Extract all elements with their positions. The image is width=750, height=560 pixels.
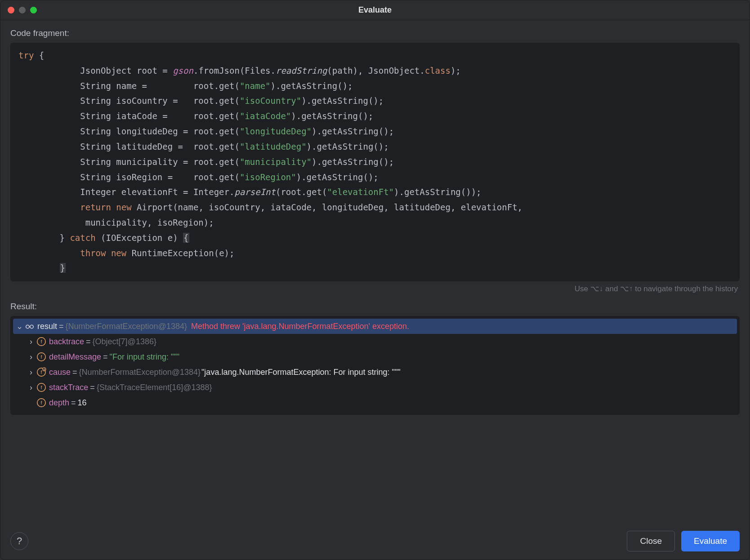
field-name: stackTrace: [49, 383, 88, 392]
result-root-row[interactable]: ⌄ result = {NumberFormatException@1384} …: [13, 319, 737, 334]
field-name: detailMessage: [49, 352, 101, 362]
code-token: String isoRegion = root.get(: [18, 172, 240, 182]
code-token: String isoCountry = root.get(: [18, 96, 240, 106]
field-value: {StackTraceElement[16]@1388}: [97, 383, 212, 392]
field-name: depth: [49, 398, 69, 408]
code-token: "longitudeDeg": [240, 126, 312, 136]
field-icon: f: [36, 382, 46, 392]
glasses-icon: [25, 321, 35, 331]
code-token: return new: [80, 202, 131, 212]
code-token: catch: [70, 233, 95, 243]
field-icon: f: [36, 398, 46, 408]
svg-point-0: [26, 325, 29, 328]
code-token: "isoCountry": [240, 96, 301, 106]
code-token: JsonObject root =: [18, 66, 173, 76]
close-button[interactable]: Close: [627, 531, 675, 551]
equals-sign: =: [85, 337, 92, 347]
code-token: (IOException e): [96, 233, 183, 243]
field-name: backtrace: [49, 337, 84, 347]
code-token: "name": [240, 81, 271, 91]
dialog-footer: ? Close Evaluate: [0, 523, 750, 560]
code-token: gson: [173, 66, 193, 76]
code-token: ).getAsString();: [296, 172, 379, 182]
svg-point-1: [30, 325, 33, 328]
field-value: {Object[7]@1386}: [93, 337, 156, 347]
dialog-content: Code fragment: try { JsonObject root = g…: [0, 20, 750, 523]
help-button[interactable]: ?: [10, 532, 28, 550]
code-token: "isoRegion": [240, 172, 296, 182]
code-token: (path), JsonObject.: [327, 66, 424, 76]
code-token: readString: [276, 66, 327, 76]
code-token: String longitudeDeg = root.get(: [18, 126, 240, 136]
code-token: parseInt: [234, 187, 276, 197]
code-token: String municipality = root.get(: [18, 157, 240, 167]
result-child-row[interactable]: › f cause = {NumberFormatException@1384}…: [10, 364, 740, 380]
code-token: {: [183, 233, 189, 243]
equals-sign: =: [71, 368, 78, 377]
result-child-row[interactable]: › f depth = 16: [10, 395, 740, 410]
code-token: class: [425, 66, 451, 76]
evaluate-dialog: Evaluate Code fragment: try { JsonObject…: [0, 0, 750, 560]
svg-text:f: f: [40, 369, 42, 375]
code-token: Integer elevationFt = Integer.: [18, 187, 234, 197]
result-panel: ⌄ result = {NumberFormatException@1384} …: [10, 316, 740, 415]
result-child-row[interactable]: › f stackTrace = {StackTraceElement[16]@…: [10, 380, 740, 395]
evaluate-button[interactable]: Evaluate: [681, 531, 740, 551]
field-value: 16: [78, 398, 87, 408]
chevron-right-icon[interactable]: ›: [27, 368, 36, 377]
code-token: {: [34, 50, 44, 60]
footer-buttons: Close Evaluate: [627, 531, 740, 551]
code-token: "latitudeDeg": [240, 142, 307, 151]
code-token: [18, 263, 60, 273]
field-recursive-icon: f: [36, 367, 46, 377]
code-token: String latitudeDeg = root.get(: [18, 142, 240, 151]
code-token: ).getAsString();: [307, 142, 389, 151]
field-icon: f: [36, 352, 46, 362]
close-window-icon[interactable]: [8, 7, 14, 13]
field-name: cause: [49, 368, 71, 377]
svg-text:f: f: [40, 400, 42, 405]
code-token: "iataCode": [240, 111, 291, 121]
code-token: throw new: [80, 248, 126, 258]
code-token: }: [18, 233, 70, 243]
zoom-window-icon[interactable]: [30, 7, 37, 13]
field-ref: {NumberFormatException@1384}: [79, 368, 201, 377]
code-fragment-label: Code fragment:: [10, 28, 740, 38]
code-token: "elevationFt": [327, 187, 394, 197]
svg-point-8: [43, 368, 46, 371]
result-child-row[interactable]: › f backtrace = {Object[7]@1386}: [10, 334, 740, 349]
code-token: ).getAsString();: [291, 111, 373, 121]
code-token: .fromJson(Files.: [193, 66, 276, 76]
result-ref: {NumberFormatException@1384}: [66, 322, 187, 331]
code-token: [18, 202, 80, 212]
equals-sign: =: [89, 383, 96, 392]
result-error-message: Method threw 'java.lang.NumberFormatExce…: [191, 322, 409, 331]
chevron-right-icon[interactable]: ›: [27, 337, 36, 347]
code-token: ).getAsString();: [312, 157, 394, 167]
code-token: Airport(name, isoCountry, iataCode, long…: [132, 202, 522, 212]
code-token: (root.get(: [276, 187, 327, 197]
titlebar: Evaluate: [0, 0, 750, 20]
field-icon: f: [36, 337, 46, 347]
svg-text:f: f: [40, 385, 42, 390]
history-hint: Use ⌥↓ and ⌥↑ to navigate through the hi…: [10, 281, 740, 302]
chevron-right-icon[interactable]: ›: [27, 352, 36, 362]
code-token: "municipality": [240, 157, 312, 167]
code-token: ).getAsString();: [301, 96, 384, 106]
equals-sign: =: [58, 322, 65, 331]
code-token: try: [18, 50, 34, 60]
svg-text:f: f: [40, 339, 42, 344]
code-token: RuntimeException(e);: [126, 248, 234, 258]
chevron-right-icon[interactable]: ›: [27, 383, 36, 392]
minimize-window-icon[interactable]: [19, 7, 26, 13]
code-token: );: [451, 66, 461, 76]
result-child-row[interactable]: › f detailMessage = "For input string: "…: [10, 349, 740, 364]
field-value: "java.lang.NumberFormatException: For in…: [201, 368, 401, 377]
code-token: municipality, isoRegion);: [18, 218, 214, 227]
code-fragment-editor[interactable]: try { JsonObject root = gson.fromJson(Fi…: [10, 43, 740, 281]
equals-sign: =: [70, 398, 77, 408]
chevron-down-icon[interactable]: ⌄: [15, 321, 24, 331]
code-token: [18, 248, 80, 258]
code-token: ).getAsString();: [312, 126, 394, 136]
code-token: ).getAsString();: [271, 81, 353, 91]
